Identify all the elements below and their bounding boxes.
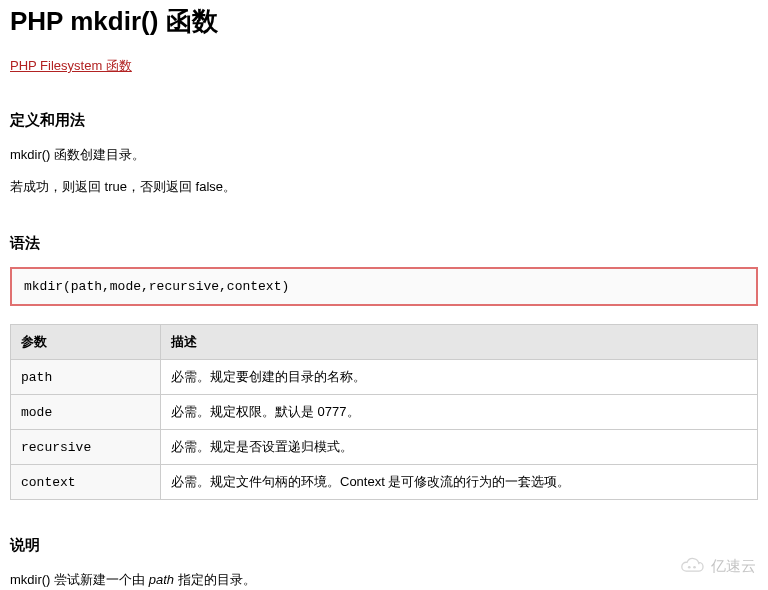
- param-name: context: [11, 465, 161, 500]
- definition-text-2: 若成功，则返回 true，否则返回 false。: [10, 176, 758, 198]
- param-desc: 必需。规定是否设置递归模式。: [161, 430, 758, 465]
- table-header-param: 参数: [11, 325, 161, 360]
- syntax-code-block: mkdir(path,mode,recursive,context): [10, 267, 758, 306]
- table-header-row: 参数 描述: [11, 325, 758, 360]
- table-row: context 必需。规定文件句柄的环境。Context 是可修改流的行为的一套…: [11, 465, 758, 500]
- param-desc: 必需。规定文件句柄的环境。Context 是可修改流的行为的一套选项。: [161, 465, 758, 500]
- param-desc: 必需。规定要创建的目录的名称。: [161, 360, 758, 395]
- section-heading-syntax: 语法: [10, 234, 758, 253]
- definition-text-1: mkdir() 函数创建目录。: [10, 144, 758, 166]
- param-name: mode: [11, 395, 161, 430]
- param-name: path: [11, 360, 161, 395]
- table-header-desc: 描述: [161, 325, 758, 360]
- page-title: PHP mkdir() 函数: [10, 4, 758, 39]
- italic-path: path: [149, 572, 174, 587]
- table-row: path 必需。规定要创建的目录的名称。: [11, 360, 758, 395]
- section-heading-notes: 说明: [10, 536, 758, 555]
- section-heading-definition: 定义和用法: [10, 111, 758, 130]
- filesystem-link[interactable]: PHP Filesystem 函数: [10, 58, 132, 73]
- svg-point-1: [693, 566, 696, 569]
- svg-point-0: [688, 566, 691, 569]
- table-row: mode 必需。规定权限。默认是 0777。: [11, 395, 758, 430]
- param-name: recursive: [11, 430, 161, 465]
- param-desc: 必需。规定权限。默认是 0777。: [161, 395, 758, 430]
- notes-text-1: mkdir() 尝试新建一个由 path 指定的目录。: [10, 569, 758, 590]
- parameters-table: 参数 描述 path 必需。规定要创建的目录的名称。 mode 必需。规定权限。…: [10, 324, 758, 500]
- table-row: recursive 必需。规定是否设置递归模式。: [11, 430, 758, 465]
